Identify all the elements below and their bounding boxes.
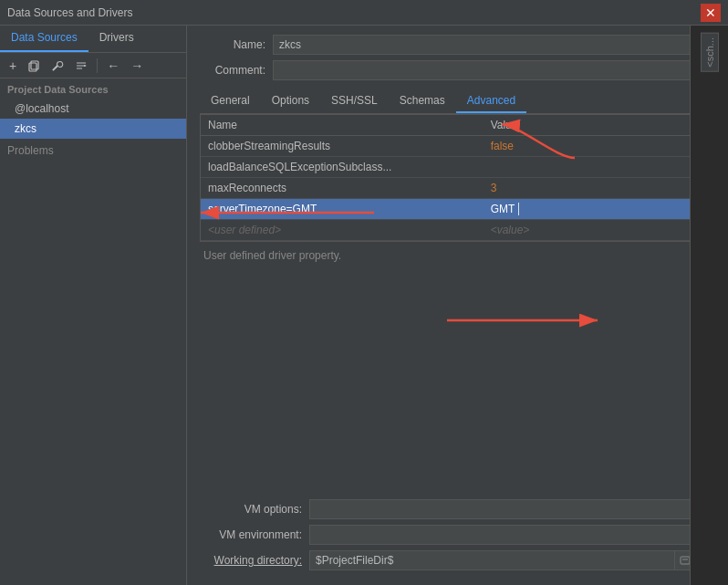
vm-section: VM options: VM environment: [200, 499, 715, 576]
row-user-defined-name: <user defined> [201, 220, 484, 241]
add-button[interactable]: + [5, 57, 20, 75]
schema-label[interactable]: <sch... [701, 33, 719, 72]
sidebar-item-zkcs[interactable]: zkcs [0, 119, 186, 139]
vm-environment-input[interactable] [309, 525, 695, 545]
vm-options-row: VM options: [200, 499, 715, 519]
tabs-bar: General Options SSH/SSL Schemas Advanced [200, 89, 715, 114]
svg-rect-0 [29, 63, 36, 71]
row-clobber-name: clobberStreamingResults [201, 136, 484, 157]
table-row-selected[interactable]: serverTimezone=GMT GMT [201, 199, 714, 220]
vm-environment-row: VM environment: [200, 525, 715, 545]
comment-input-wrapper [273, 60, 715, 80]
tab-datasources[interactable]: Data Sources [0, 26, 88, 52]
table-row-user-defined[interactable]: <user defined> <value> [201, 220, 714, 241]
svg-rect-5 [681, 557, 690, 564]
collapse-button[interactable] [71, 57, 91, 74]
name-input[interactable] [273, 35, 697, 55]
copy-button[interactable] [24, 57, 44, 74]
sidebar-tabs: Data Sources Drivers [0, 26, 186, 53]
forward-button[interactable]: → [127, 57, 147, 75]
toolbar-separator [97, 58, 98, 73]
vm-environment-label: VM environment: [200, 528, 309, 541]
working-dir-input[interactable] [309, 550, 675, 570]
content-wrapper: Name: Comment: [187, 26, 728, 585]
vm-options-label: VM options: [200, 503, 309, 516]
back-button[interactable]: ← [103, 57, 123, 75]
dialog-title: Data Sources and Drivers [7, 6, 132, 19]
sidebar-item-localhost[interactable]: @localhost [0, 99, 186, 119]
row-loadbalance-name: loadBalanceSQLExceptionSubclass... [201, 157, 484, 178]
name-row: Name: [200, 35, 715, 55]
title-bar: Data Sources and Drivers ✕ [0, 0, 728, 26]
table-row[interactable]: maxReconnects 3 [201, 178, 714, 199]
comment-row: Comment: [200, 60, 715, 80]
comment-input[interactable] [273, 60, 697, 80]
main-content: Name: Comment: [187, 26, 728, 585]
working-dir-row: Working directory: [200, 550, 715, 570]
row-timezone-value: GMT [484, 199, 714, 220]
sidebar-problems[interactable]: Problems [0, 139, 186, 162]
row-loadbalance-value [484, 157, 714, 178]
wrench-button[interactable] [47, 57, 68, 74]
working-dir-label[interactable]: Working directory: [200, 554, 309, 567]
row-maxreconnects-value: 3 [484, 178, 714, 199]
tab-advanced[interactable]: Advanced [456, 89, 526, 113]
col-value-header: Value [484, 115, 714, 136]
props-container: Name Value clobberStreamingResults false… [200, 114, 715, 242]
sidebar: Data Sources Drivers + ← → Project Data … [0, 26, 187, 585]
props-table: Name Value clobberStreamingResults false… [201, 115, 714, 241]
tab-options[interactable]: Options [261, 89, 320, 113]
table-row[interactable]: loadBalanceSQLExceptionSubclass... [201, 157, 714, 178]
name-input-wrapper [273, 35, 715, 55]
tab-general[interactable]: General [200, 89, 261, 113]
row-user-defined-value: <value> [484, 220, 714, 241]
comment-label: Comment: [200, 64, 273, 77]
table-row[interactable]: clobberStreamingResults false [201, 136, 714, 157]
row-timezone-name: serverTimezone=GMT [201, 199, 484, 220]
right-panel: <sch... [690, 26, 728, 585]
tab-drivers[interactable]: Drivers [88, 26, 145, 52]
svg-rect-1 [31, 61, 38, 69]
row-clobber-value: false [484, 136, 714, 157]
description-box: User defined driver property. [200, 242, 715, 278]
sidebar-toolbar: + ← → [0, 53, 186, 78]
tab-ssh-ssl[interactable]: SSH/SSL [320, 89, 389, 113]
section-title: Project Data Sources [0, 78, 186, 99]
name-label: Name: [200, 38, 273, 51]
tab-schemas[interactable]: Schemas [389, 89, 456, 113]
close-button[interactable]: ✕ [701, 4, 721, 22]
col-name-header: Name [201, 115, 484, 136]
vm-options-input[interactable] [309, 499, 695, 519]
row-maxreconnects-name: maxReconnects [201, 178, 484, 199]
